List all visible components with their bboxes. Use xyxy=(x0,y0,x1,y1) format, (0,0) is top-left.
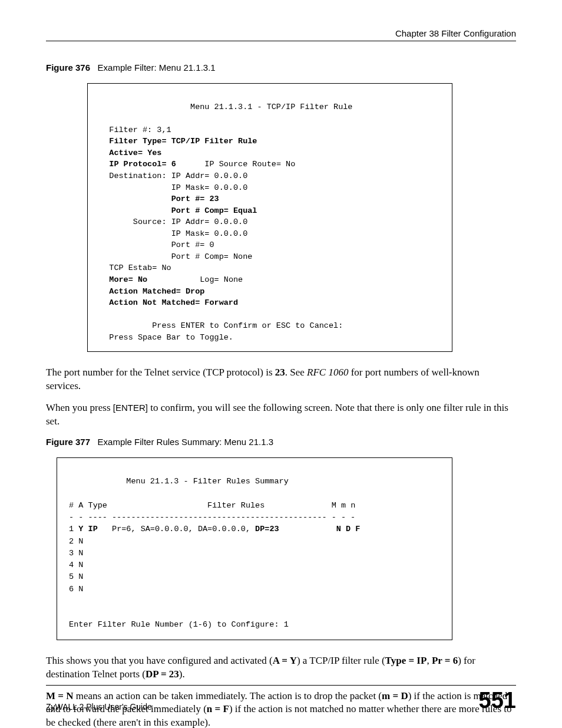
active-value: Yes xyxy=(147,149,161,157)
action-matched: Drop xyxy=(186,287,204,296)
row4-a: N xyxy=(78,561,83,569)
row6-n: 6 xyxy=(69,585,74,594)
ip-proto-label: IP Protocol= xyxy=(109,160,166,169)
row1-nn: F xyxy=(355,525,360,533)
src-ip-addr: 0.0.0.0 xyxy=(214,218,248,226)
row2-a: N xyxy=(78,537,83,546)
filter-no-label: Filter #: xyxy=(109,126,152,134)
row5-n: 5 xyxy=(69,572,74,581)
dest-port-label: Port #= xyxy=(171,195,205,203)
hdr-rules: Filter Rules xyxy=(207,501,265,510)
more-label: More= xyxy=(109,275,133,284)
press-enter-line: Press ENTER to Confirm or ESC to Cancel: xyxy=(152,321,343,330)
src-label: Source: xyxy=(133,218,167,226)
paragraph-2: When you press [ENTER] to confirm, you w… xyxy=(46,401,516,429)
chapter-header: Chapter 38 Filter Configuration xyxy=(46,28,516,38)
log-label: Log= xyxy=(200,275,219,284)
paragraph-1: The port number for the Telnet service (… xyxy=(46,366,516,393)
hdr-hash: # xyxy=(69,501,74,510)
hdr-m: m xyxy=(341,501,346,510)
ip-src-route-value: No xyxy=(286,160,295,169)
terminal-menu-21-1-3-1: Menu 21.1.3.1 - TCP/IP Filter Rule Filte… xyxy=(87,83,452,352)
page-number: 551 xyxy=(479,689,516,711)
ip-proto-value: 6 xyxy=(171,160,176,169)
row4-n: 4 xyxy=(69,561,74,569)
terminal-menu-21-1-3: Menu 21.1.3 - Filter Rules Summary # A T… xyxy=(57,457,452,640)
src-port-comp-label: Port # Comp= xyxy=(171,252,229,261)
src-port-comp: None xyxy=(233,252,252,261)
row1-m: D xyxy=(346,525,351,533)
row2-n: 2 xyxy=(69,537,74,546)
more-value: No xyxy=(138,275,147,284)
dest-ip-mask: 0.0.0.0 xyxy=(214,183,248,192)
src-ip-mask-label: IP Mask= xyxy=(171,229,210,238)
hdr-n: n xyxy=(351,501,355,510)
row6-a: N xyxy=(78,585,83,594)
src-ip-addr-label: IP Addr= xyxy=(171,218,210,226)
tcp-estab: No xyxy=(161,263,171,272)
dest-ip-mask-label: IP Mask= xyxy=(171,183,210,192)
figure-377-title: Example Filter Rules Summary: Menu 21.1.… xyxy=(98,437,273,447)
header-rule xyxy=(46,41,516,41)
row1-rule-b: DP=23 xyxy=(255,525,279,533)
row1-a: Y xyxy=(78,525,83,533)
prompt-line: Enter Filter Rule Number (1-6) to Config… xyxy=(69,620,289,629)
row1-n: 1 xyxy=(69,525,74,533)
row1-type: IP xyxy=(88,525,98,533)
row1-M: N xyxy=(336,525,341,533)
document-page: Chapter 38 Filter Configuration Figure 3… xyxy=(0,0,562,728)
paragraph-3: This shows you that you have configured … xyxy=(46,654,516,681)
action-not-matched: Forward xyxy=(204,298,238,307)
page-footer: ZyWALL 2 Plus User's Guide 551 xyxy=(46,685,516,711)
enter-key: [ENTER] xyxy=(113,403,148,413)
action-not-matched-label: Action Not Matched= xyxy=(109,298,200,307)
row5-a: N xyxy=(78,572,83,581)
hdr-a: A xyxy=(78,501,83,510)
row3-n: 3 xyxy=(69,549,74,558)
figure-376-caption: Figure 376 Example Filter: Menu 21.1.3.1 xyxy=(46,62,516,73)
filter-type: TCP/IP Filter Rule xyxy=(171,137,257,146)
src-ip-mask: 0.0.0.0 xyxy=(214,229,248,238)
hdr-M: M xyxy=(332,501,336,510)
dest-label: Destination: xyxy=(109,172,166,180)
dest-port: 23 xyxy=(209,195,219,203)
dest-ip-addr: 0.0.0.0 xyxy=(214,172,248,180)
filter-no: 3,1 xyxy=(157,126,171,134)
action-matched-label: Action Matched= xyxy=(109,287,181,296)
row3-a: N xyxy=(78,549,83,558)
tcp-estab-label: TCP Estab= xyxy=(109,263,157,272)
figure-376-label: Figure 376 xyxy=(46,62,90,73)
guide-name: ZyWALL 2 Plus User's Guide xyxy=(46,702,152,711)
menu-title-2: Menu 21.1.3 - Filter Rules Summary xyxy=(126,477,288,486)
dest-ip-addr-label: IP Addr= xyxy=(171,172,210,180)
log-value: None xyxy=(224,275,243,284)
figure-376-title: Example Filter: Menu 21.1.3.1 xyxy=(98,62,216,73)
filter-type-label: Filter Type= xyxy=(109,137,166,146)
ip-src-route-label: IP Source Route= xyxy=(204,160,281,169)
dest-port-comp: Equal xyxy=(233,206,257,215)
menu-title: Menu 21.1.3.1 - TCP/IP Filter Rule xyxy=(190,103,352,111)
figure-377-caption: Figure 377 Example Filter Rules Summary:… xyxy=(46,437,516,447)
press-space-line: Press Space Bar to Toggle. xyxy=(109,333,233,342)
figure-377-label: Figure 377 xyxy=(46,437,90,447)
hdr-type: Type xyxy=(88,501,107,510)
active-label: Active= xyxy=(109,149,143,157)
src-port-label: Port #= xyxy=(171,241,205,249)
row1-rule-a: Pr=6, SA=0.0.0.0, DA=0.0.0.0, xyxy=(112,525,255,533)
separator-line: - - ---- -------------------------------… xyxy=(69,513,355,522)
src-port: 0 xyxy=(209,241,214,249)
dest-port-comp-label: Port # Comp= xyxy=(171,206,229,215)
